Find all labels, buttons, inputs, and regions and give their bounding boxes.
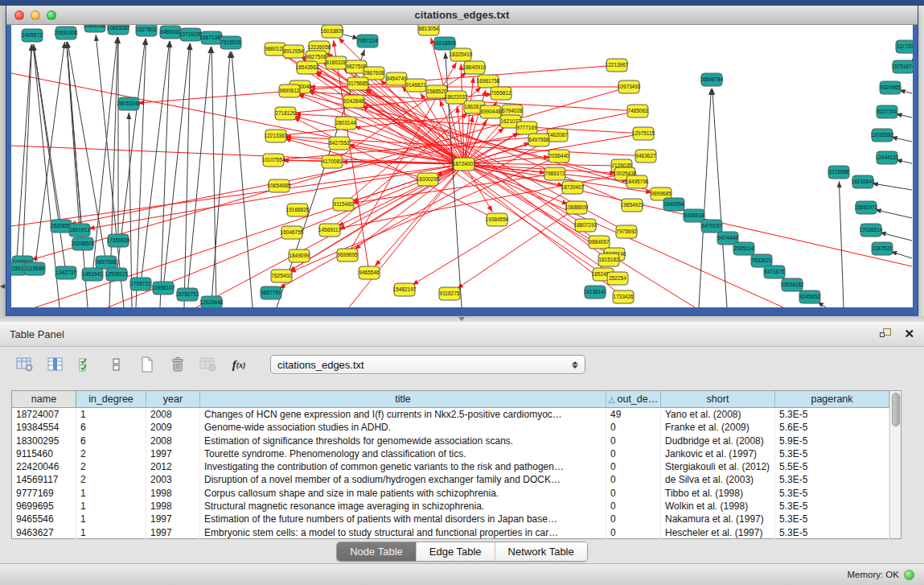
table-cell[interactable]: 1998 bbox=[146, 500, 200, 513]
network-view[interactable]: 1872400798601288912954122260589827506165… bbox=[11, 25, 913, 307]
table-cell[interactable]: 5.3E-5 bbox=[775, 408, 889, 421]
table-cell[interactable]: 9463627 bbox=[12, 526, 76, 539]
graph-node[interactable]: 10654182 bbox=[781, 278, 804, 291]
tab-network-table[interactable]: Network Table bbox=[495, 542, 587, 561]
table-cell[interactable]: Tourette syndrome. Phenomenology and cla… bbox=[200, 447, 606, 460]
graph-node[interactable]: 8454749 bbox=[386, 72, 407, 85]
table-cell[interactable]: 5.6E-5 bbox=[775, 421, 889, 434]
graph-node[interactable]: 9116275 bbox=[439, 287, 460, 300]
graph-node[interactable]: 1849099 bbox=[289, 249, 310, 262]
table-cell[interactable]: 0 bbox=[606, 526, 661, 539]
table-cell[interactable]: Wolkin et al. (1998) bbox=[661, 500, 775, 513]
table-cell[interactable]: Structural magnetic resonance image aver… bbox=[200, 500, 606, 513]
table-cell[interactable]: Jankovic et al. (1997) bbox=[661, 447, 775, 460]
function-builder-button[interactable]: f(x) bbox=[228, 355, 249, 374]
table-cell[interactable]: Changes of HCN gene expression and I(f) … bbox=[200, 408, 606, 421]
table-cell[interactable]: Corpus callosum shape and size in male p… bbox=[200, 487, 606, 500]
graph-node[interactable]: 252254 bbox=[607, 272, 628, 285]
column-header-title[interactable]: title bbox=[200, 391, 606, 407]
graph-node[interactable]: 10107554 bbox=[262, 154, 285, 167]
graph-node[interactable]: 1795722 bbox=[130, 278, 151, 290]
table-cell[interactable]: 0 bbox=[606, 513, 661, 525]
graph-node[interactable]: 9884067 bbox=[589, 236, 610, 249]
graph-node[interactable]: 12505115 bbox=[105, 268, 129, 281]
graph-node[interactable]: 16961758 bbox=[477, 75, 500, 88]
graph-node[interactable]: 8938918 bbox=[684, 209, 704, 222]
table-cell[interactable]: 6 bbox=[76, 435, 146, 447]
table-cell[interactable]: 49 bbox=[606, 408, 661, 421]
graph-node[interactable]: 2620655 bbox=[51, 220, 72, 233]
table-cell[interactable]: 1 bbox=[76, 526, 146, 539]
zoom-window-button[interactable] bbox=[47, 10, 56, 20]
table-cell[interactable]: 1 bbox=[76, 513, 146, 525]
graph-node[interactable]: 10653287 bbox=[107, 25, 130, 35]
table-cell[interactable]: 5.5E-5 bbox=[775, 460, 889, 473]
graph-node[interactable]: 12093582 bbox=[871, 129, 894, 142]
new-table-button[interactable] bbox=[137, 355, 158, 374]
graph-node[interactable]: 8186328 bbox=[326, 56, 347, 69]
graph-node[interactable]: 15892971 bbox=[855, 201, 878, 214]
tab-edge-table[interactable]: Edge Table bbox=[416, 542, 495, 561]
graph-node[interactable]: 15751874 bbox=[892, 60, 913, 73]
table-cell[interactable]: 22420046 bbox=[12, 460, 76, 473]
table-cell[interactable]: 19384554 bbox=[12, 421, 76, 434]
table-cell[interactable]: 2009 bbox=[146, 421, 200, 434]
graph-node[interactable]: 3215988 bbox=[828, 166, 849, 179]
table-cell[interactable]: Genome-wide association studies in ADHD. bbox=[200, 421, 606, 434]
graph-node[interactable]: 1527602 bbox=[136, 25, 157, 36]
close-panel-icon[interactable]: ✕ bbox=[904, 328, 914, 340]
table-cell[interactable]: 9465546 bbox=[12, 513, 76, 525]
graph-node[interactable]: 18640910 bbox=[463, 61, 487, 74]
minimize-window-button[interactable] bbox=[31, 10, 40, 20]
table-cell[interactable]: Tibbo et al. (1998) bbox=[661, 487, 775, 500]
table-cell[interactable]: 5.3E-5 bbox=[775, 487, 889, 500]
table-cell[interactable]: 2012 bbox=[146, 460, 200, 473]
graph-node[interactable]: 10973493 bbox=[618, 80, 641, 93]
table-cell[interactable]: 0 bbox=[606, 421, 661, 434]
graph-node[interactable]: 19384554 bbox=[486, 213, 509, 226]
graph-node[interactable]: 10719155 bbox=[179, 28, 203, 41]
graph-node[interactable]: 1891913 bbox=[69, 224, 90, 237]
graph-node[interactable]: 18300295 bbox=[417, 173, 440, 186]
graph-node[interactable]: 2405572 bbox=[22, 29, 43, 42]
table-cell[interactable]: Stergiakouli et al. (2012) bbox=[661, 460, 775, 473]
select-rows-checklist-button[interactable] bbox=[76, 355, 97, 374]
graph-node[interactable]: 8466160 bbox=[160, 26, 181, 39]
table-cell[interactable]: 9777169 bbox=[12, 487, 76, 500]
table-row[interactable]: 1830029562008Estimation of significance … bbox=[12, 435, 889, 447]
graph-node[interactable]: 1733426 bbox=[613, 290, 634, 303]
column-header-year[interactable]: year bbox=[146, 391, 200, 407]
graph-node[interactable]: 16782753 bbox=[176, 288, 199, 301]
memory-ok-indicator-icon[interactable] bbox=[904, 570, 914, 580]
table-cell[interactable]: 5.3E-5 bbox=[775, 500, 889, 513]
table-row[interactable]: 969969511998Structural magnetic resonanc… bbox=[12, 500, 889, 513]
table-cell[interactable]: 0 bbox=[606, 487, 661, 500]
table-row[interactable]: 1456911722003Disruption of a novel membe… bbox=[12, 473, 889, 486]
window-titlebar[interactable]: citations_edges.txt bbox=[6, 6, 918, 25]
graph-node[interactable]: 28053346 bbox=[117, 97, 141, 110]
graph-node[interactable]: 12444131 bbox=[876, 151, 899, 164]
table-row[interactable]: 1872400712008Changes of HCN gene express… bbox=[12, 408, 889, 421]
graph-node[interactable]: 17359928 bbox=[107, 234, 130, 247]
float-panel-icon[interactable] bbox=[880, 328, 893, 340]
panel-collapse-arrow-icon[interactable]: ◀ bbox=[0, 282, 5, 290]
table-cell[interactable]: Estimation of the future numbers of pati… bbox=[200, 513, 606, 525]
table-cell[interactable]: 1 bbox=[76, 408, 146, 421]
table-cell[interactable]: 18724007 bbox=[12, 408, 76, 421]
graph-node[interactable]: 10958107 bbox=[152, 282, 175, 295]
table-cell[interactable]: Dudbridge et al. (2008) bbox=[661, 435, 775, 447]
column-header-name[interactable]: name bbox=[12, 391, 76, 407]
table-cell[interactable]: 0 bbox=[606, 435, 661, 447]
graph-node[interactable]: 9465546 bbox=[359, 266, 380, 279]
table-cell[interactable]: Yano et al. (2008) bbox=[661, 408, 775, 421]
table-settings-button[interactable] bbox=[14, 355, 35, 374]
scrollbar-thumb[interactable] bbox=[892, 393, 900, 426]
graph-node[interactable]: 16210643 bbox=[852, 175, 875, 188]
graph-node[interactable]: 9245652 bbox=[799, 290, 820, 303]
graph-node[interactable]: 9890612 bbox=[279, 84, 300, 97]
graph-node[interactable]: 2935114 bbox=[733, 242, 754, 255]
graph-node[interactable]: 4170081 bbox=[322, 155, 343, 168]
graph-node[interactable]: 7462087 bbox=[547, 129, 568, 142]
graph-node[interactable]: 1451941 bbox=[82, 268, 103, 281]
graph-node[interactable]: 12213363 bbox=[265, 130, 288, 142]
